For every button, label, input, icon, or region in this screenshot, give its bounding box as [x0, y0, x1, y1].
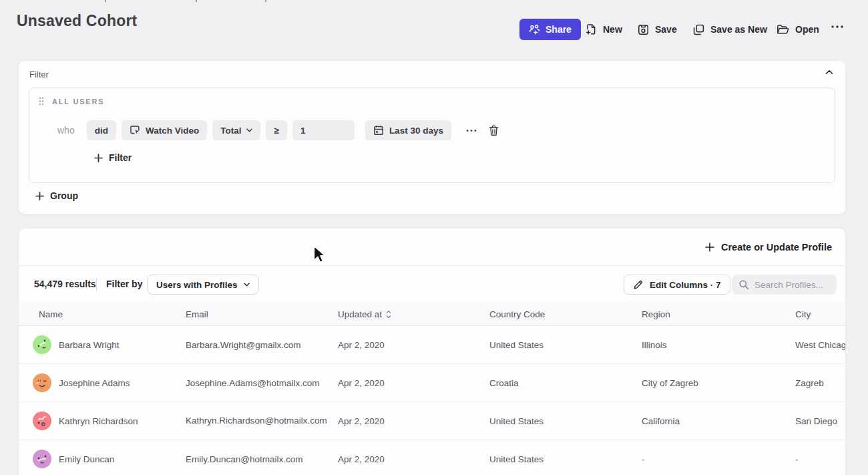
save-icon [638, 24, 649, 35]
delete-clause-button[interactable] [486, 122, 501, 139]
profile-name[interactable]: Josephine Adams [59, 378, 130, 388]
add-group-label: Group [50, 190, 78, 201]
column-header-label: Name [39, 309, 63, 319]
profiles-filter-dropdown[interactable]: Users with Profiles [147, 275, 259, 295]
share-button[interactable]: Share [519, 19, 581, 40]
header-action-bar: Share New Save Save as [0, 19, 868, 40]
event-chip[interactable]: Watch Video [122, 120, 207, 140]
table-row[interactable]: Barbara Wright Barbara.Wright@gmailx.com… [19, 326, 845, 364]
trash-icon [489, 125, 499, 136]
profile-updated-at: Apr 2, 2020 [338, 340, 489, 350]
profile-country: Croatia [489, 378, 642, 388]
table-row[interactable]: Kathryn Richardson Kathryn.Richardson@ho… [19, 402, 845, 440]
add-filter-button[interactable]: Filter [94, 152, 132, 163]
breadcrumb-remnant [105, 0, 106, 2]
date-range-chip-label: Last 30 days [389, 126, 443, 136]
save-button[interactable]: Save [638, 19, 677, 40]
profile-name[interactable]: Barbara Wright [59, 340, 120, 350]
event-click-icon [130, 125, 140, 136]
column-header-country-code[interactable]: Country Code [489, 309, 642, 319]
new-button-label: New [603, 24, 622, 35]
results-count: 54,479 results [34, 279, 96, 289]
clause-more-button[interactable] [463, 126, 479, 135]
plus-icon [94, 154, 103, 162]
column-header-label: Region [642, 309, 670, 319]
did-chip-label: did [95, 126, 108, 136]
search-profiles-input[interactable] [754, 280, 828, 290]
table-row[interactable]: Emily Duncan Emily.Duncan@hotmailx.com A… [19, 440, 845, 475]
avatar [33, 450, 51, 468]
filter-panel: Filter ALL USERS who did [18, 60, 846, 214]
profile-region: Illinois [642, 340, 795, 350]
value-input[interactable]: 1 [292, 120, 355, 140]
breadcrumb-remnant [265, 0, 266, 2]
profile-region: - [642, 454, 795, 464]
profile-email: Emily.Duncan@hotmailx.com [186, 454, 338, 464]
aggregation-chip[interactable]: Total [212, 120, 260, 140]
plus-icon [705, 243, 714, 252]
column-header-label: Country Code [489, 309, 545, 319]
who-label: who [57, 125, 75, 136]
column-header-label: City [795, 309, 811, 319]
profile-region: City of Zagreb [642, 378, 795, 388]
save-button-label: Save [655, 24, 677, 35]
chevron-up-icon [825, 69, 833, 75]
profile-city: Zagreb [795, 378, 845, 388]
column-header-city[interactable]: City [795, 309, 845, 319]
did-chip[interactable]: did [87, 120, 116, 140]
share-button-label: Share [546, 24, 572, 35]
results-toolbar: 54,479 results Filter by Users with Prof… [19, 266, 845, 303]
table-row[interactable]: Josephine Adams Josephine.Adams@hotmailx… [19, 364, 845, 402]
value-input-text: 1 [300, 126, 306, 136]
date-range-chip[interactable]: Last 30 days [365, 120, 451, 140]
column-header-email[interactable]: Email [186, 309, 338, 319]
share-users-icon [529, 24, 540, 35]
profile-country: United States [489, 454, 642, 464]
chevron-down-icon [246, 128, 252, 132]
column-header-name[interactable]: Name [39, 309, 186, 319]
create-or-update-profile-button[interactable]: Create or Update Profile [705, 238, 832, 257]
profile-city: - [795, 454, 845, 464]
filter-panel-title: Filter [29, 69, 49, 80]
profile-email: Kathryn.Richardson@hotmailx.com [186, 416, 327, 426]
add-group-button[interactable]: Group [35, 190, 78, 201]
profile-name[interactable]: Emily Duncan [59, 454, 114, 464]
pencil-icon [633, 279, 644, 290]
open-button-label: Open [795, 24, 819, 35]
chevron-down-icon [244, 283, 250, 287]
search-profiles-box[interactable] [732, 275, 837, 295]
drag-handle-icon[interactable] [39, 97, 44, 106]
add-filter-label: Filter [109, 152, 132, 163]
operator-chip[interactable]: ≥ [266, 120, 286, 140]
profile-updated-at: Apr 2, 2020 [338, 454, 489, 464]
operator-chip-label: ≥ [274, 126, 278, 136]
table-header-row: Name Email Updated at Country Code Regio… [19, 303, 845, 326]
new-file-icon [586, 23, 597, 35]
profile-country: United States [489, 416, 642, 426]
column-header-label: Email [186, 309, 208, 319]
new-button[interactable]: New [586, 19, 622, 40]
profile-city: West Chicago [795, 340, 845, 350]
avatar [33, 335, 51, 354]
create-profile-bar: Create or Update Profile [19, 228, 845, 266]
more-options-button[interactable] [828, 22, 847, 31]
calendar-icon [373, 125, 384, 136]
event-chip-label: Watch Video [146, 126, 199, 136]
filter-by-label: Filter by [106, 279, 142, 289]
profile-name[interactable]: Kathryn Richardson [59, 416, 138, 426]
folder-open-icon [777, 24, 789, 35]
profile-email: Barbara.Wright@gmailx.com [186, 340, 338, 350]
group-title: ALL USERS [52, 98, 104, 106]
column-header-region[interactable]: Region [642, 309, 795, 319]
edit-columns-button[interactable]: Edit Columns · 7 [624, 275, 730, 295]
sort-icon[interactable] [386, 310, 391, 319]
copy-icon [693, 24, 704, 35]
save-as-new-button[interactable]: Save as New [693, 19, 767, 40]
profile-city: San Diego [795, 416, 845, 426]
search-icon [738, 279, 749, 290]
open-button[interactable]: Open [777, 19, 819, 40]
aggregation-chip-label: Total [220, 126, 241, 136]
toolbar-divider [96, 278, 97, 291]
column-header-updated-at[interactable]: Updated at [338, 309, 489, 319]
collapse-filter-button[interactable] [823, 67, 836, 77]
